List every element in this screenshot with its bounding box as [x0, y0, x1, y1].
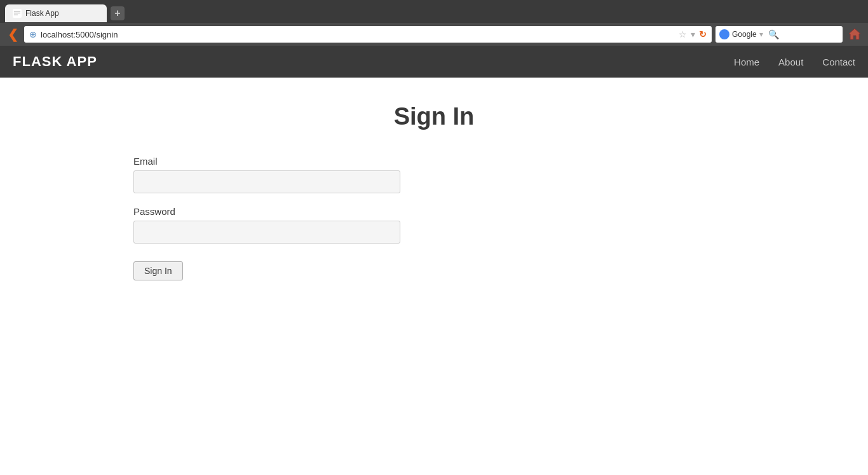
star-icon: ☆ — [679, 29, 687, 39]
email-label: Email — [133, 156, 413, 167]
home-icon — [848, 27, 862, 41]
nav-link-about[interactable]: About — [778, 57, 803, 67]
svg-rect-1 — [14, 11, 20, 11]
back-arrow-icon: ❮ — [8, 27, 18, 42]
password-form-group: Password — [133, 206, 413, 244]
svg-marker-4 — [849, 29, 860, 39]
search-magnifier-icon[interactable]: 🔍 — [768, 29, 779, 39]
home-button[interactable] — [846, 26, 863, 43]
search-dropdown-icon: ▾ — [759, 30, 763, 39]
address-bar-row: ❮ ⊕ localhost:5000/signin ☆ ▾ ↻ Google ▾… — [0, 23, 868, 46]
password-input[interactable] — [133, 221, 400, 244]
nav-link-home[interactable]: Home — [734, 57, 759, 67]
nav-link-contact[interactable]: Contact — [822, 57, 855, 67]
app-brand[interactable]: FLASK APP — [13, 53, 734, 70]
signin-button[interactable]: Sign In — [133, 261, 183, 280]
app-navbar: FLASK APP Home About Contact — [0, 46, 868, 78]
tab-favicon-icon — [13, 9, 22, 18]
search-engine-label: Google — [732, 30, 757, 39]
page-title: Sign In — [0, 103, 868, 130]
svg-rect-3 — [14, 15, 18, 15]
email-form-group: Email — [133, 156, 413, 193]
browser-chrome: Flask App + ❮ ⊕ localhost:5000/signin ☆ … — [0, 0, 868, 46]
tab-title: Flask App — [25, 9, 59, 18]
new-tab-button[interactable]: + — [111, 6, 125, 20]
dropdown-icon: ▾ — [691, 29, 695, 39]
main-content: Sign In Email Password Sign In — [0, 78, 868, 434]
reload-icon[interactable]: ↻ — [699, 29, 707, 39]
password-label: Password — [133, 206, 413, 217]
app-nav-links: Home About Contact — [734, 57, 855, 67]
address-text: localhost:5000/signin — [41, 30, 675, 39]
signin-form: Email Password Sign In — [133, 156, 413, 280]
back-button[interactable]: ❮ — [5, 27, 20, 42]
svg-rect-2 — [14, 13, 20, 13]
tab-bar: Flask App + — [0, 0, 868, 23]
address-field[interactable]: ⊕ localhost:5000/signin ☆ ▾ ↻ — [24, 26, 712, 43]
new-tab-icon: + — [114, 8, 120, 19]
email-input[interactable] — [133, 170, 400, 193]
search-bar[interactable]: Google ▾ 🔍 — [715, 26, 843, 43]
browser-tab[interactable]: Flask App — [5, 4, 107, 22]
globe-icon: ⊕ — [29, 29, 37, 39]
search-engine-logo — [719, 29, 729, 39]
